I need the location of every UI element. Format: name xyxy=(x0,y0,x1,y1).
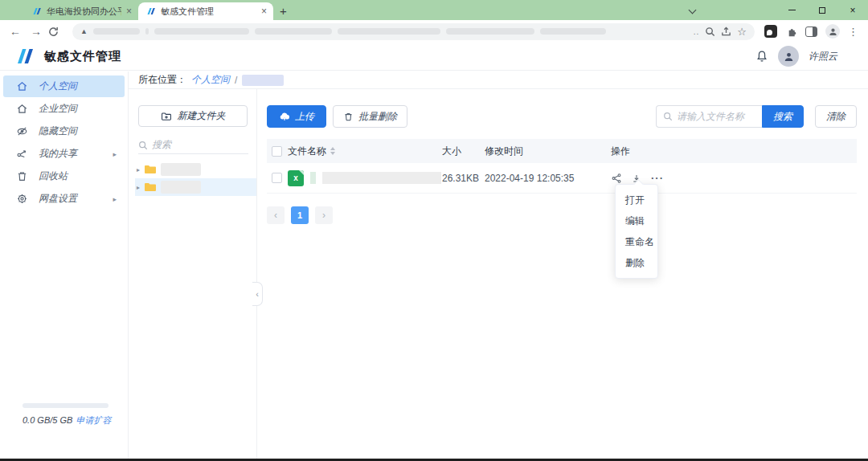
file-search-input[interactable] xyxy=(677,111,755,122)
context-menu-item-rename[interactable]: 重命名 xyxy=(616,231,657,252)
search-button[interactable]: 搜索 xyxy=(762,105,804,128)
page-prev-button[interactable]: ‹ xyxy=(267,206,285,224)
browser-profile-avatar[interactable] xyxy=(825,24,840,39)
pagination: ‹ 1 › xyxy=(267,206,857,224)
sidebar-item-disk-settings[interactable]: 网盘设置 ▸ xyxy=(3,188,125,210)
file-name-cell[interactable]: x xyxy=(288,170,442,186)
tree-item[interactable]: ▸ xyxy=(135,161,256,178)
column-header-actions: 操作 xyxy=(611,145,857,158)
reload-icon[interactable] xyxy=(48,27,66,37)
tab-title: 敏感文件管理 xyxy=(161,6,256,18)
upload-label: 上传 xyxy=(295,110,314,124)
file-modified-time: 2022-04-19 12:05:35 xyxy=(485,173,611,184)
app-logo-icon xyxy=(16,47,37,65)
expand-caret-icon[interactable]: ▸ xyxy=(137,184,140,191)
address-bar[interactable]: ▲ .. ☆ xyxy=(72,23,755,40)
browser-tab-active[interactable]: 敏感文件管理 × xyxy=(138,2,273,20)
storage-quota: 0.0 GB/5 GB申请扩容 xyxy=(23,403,117,426)
tab-close-icon[interactable]: × xyxy=(126,6,132,17)
window-minimize-button[interactable] xyxy=(776,0,807,20)
file-name-redacted xyxy=(310,172,316,184)
eye-off-icon xyxy=(16,125,28,137)
submenu-arrow-icon: ▸ xyxy=(113,150,117,158)
sidebar-item-recycle-bin[interactable]: 回收站 xyxy=(3,165,125,187)
more-actions-icon[interactable]: ··· xyxy=(651,174,664,182)
folder-icon xyxy=(144,164,157,175)
gear-icon xyxy=(16,193,28,205)
tree-search-input[interactable]: 搜索 xyxy=(138,137,248,154)
breadcrumb-current-folder-redacted xyxy=(242,75,284,86)
zoom-icon[interactable] xyxy=(705,27,715,37)
breadcrumb-separator: / xyxy=(235,75,237,86)
upload-button[interactable]: 上传 xyxy=(267,105,326,128)
header-right: 许照云 xyxy=(755,46,852,67)
notification-bell-icon[interactable] xyxy=(755,50,768,63)
main: 所在位置： 个人空间 / 新建文件夹 xyxy=(129,71,868,459)
table-row[interactable]: x 26.31KB 2022-04-19 12:05:35 xyxy=(267,163,857,194)
table-header-row: 文件名称 大小 修改时间 操作 xyxy=(267,139,857,163)
sidebar-item-hidden-space[interactable]: 隐藏空间 xyxy=(3,120,125,142)
expand-storage-link[interactable]: 申请扩容 xyxy=(76,415,111,425)
user-avatar[interactable] xyxy=(778,46,799,67)
sidebar-item-label: 企业空间 xyxy=(39,102,125,116)
page-current[interactable]: 1 xyxy=(291,206,309,224)
column-header-name[interactable]: 文件名称 xyxy=(288,145,442,158)
sidebar-item-my-share[interactable]: 我的共享 ▸ xyxy=(3,143,125,165)
back-icon[interactable]: ← xyxy=(6,25,24,38)
sidebar-item-enterprise-space[interactable]: 企业空间 xyxy=(3,98,125,120)
search-icon xyxy=(663,112,673,121)
home-icon xyxy=(16,80,28,92)
extensions-puzzle-icon[interactable] xyxy=(785,26,797,38)
batch-delete-label: 批量删除 xyxy=(358,110,397,124)
storage-progress-bar xyxy=(23,403,108,408)
tab-close-icon[interactable]: × xyxy=(261,6,267,17)
share-file-icon[interactable] xyxy=(611,173,622,184)
app-logo: 敏感文件管理 xyxy=(16,47,121,65)
workspace-body: 新建文件夹 搜索 ▸ xyxy=(129,89,868,459)
url-ellipsis: .. xyxy=(694,27,700,36)
sidebar-item-personal-space[interactable]: 个人空间 xyxy=(3,75,125,97)
browser-tab-inactive[interactable]: 华电海投协同办公平台 × xyxy=(24,2,138,20)
forward-icon[interactable]: → xyxy=(27,25,45,38)
select-all-checkbox[interactable] xyxy=(272,146,282,157)
expand-caret-icon[interactable]: ▸ xyxy=(137,166,140,173)
tree-search-placeholder: 搜索 xyxy=(152,138,171,152)
panel-collapse-handle[interactable]: ‹ xyxy=(252,282,263,306)
search-icon xyxy=(138,141,148,150)
sort-icon[interactable] xyxy=(330,147,335,155)
folder-icon xyxy=(144,182,157,193)
sidebar-item-label: 个人空间 xyxy=(39,80,125,93)
not-secure-warning-icon[interactable]: ▲ xyxy=(80,28,88,35)
app-header: 敏感文件管理 许照云 xyxy=(0,43,868,71)
batch-delete-button[interactable]: 批量删除 xyxy=(333,105,407,128)
bookmark-star-icon[interactable]: ☆ xyxy=(737,27,747,37)
file-search-group: 搜索 清除 xyxy=(656,105,857,128)
breadcrumb-link-personal-space[interactable]: 个人空间 xyxy=(191,73,230,87)
sidebar-item-label: 网盘设置 xyxy=(39,192,102,206)
trash-icon xyxy=(343,112,354,122)
tree-item-selected[interactable]: ▸ xyxy=(135,178,256,196)
window-maximize-button[interactable] xyxy=(807,0,837,20)
context-menu-item-delete[interactable]: 删除 xyxy=(616,252,657,273)
clear-button[interactable]: 清除 xyxy=(815,105,857,128)
dark-extension-icon[interactable] xyxy=(764,25,777,38)
folder-plus-icon xyxy=(161,111,172,122)
excel-file-icon: x xyxy=(288,170,304,186)
browser-menu-kebab-icon[interactable]: ⋮ xyxy=(848,26,858,38)
share-page-icon[interactable] xyxy=(721,27,731,37)
row-checkbox[interactable] xyxy=(272,173,282,183)
new-folder-button[interactable]: 新建文件夹 xyxy=(138,105,248,127)
window-controls: × xyxy=(776,0,868,20)
side-panel-icon[interactable] xyxy=(805,27,817,37)
row-context-menu: 打开 编辑 重命名 删除 xyxy=(615,184,658,279)
sidebar-item-label: 回收站 xyxy=(39,169,125,183)
site-logo-icon xyxy=(32,6,42,16)
context-menu-item-open[interactable]: 打开 xyxy=(616,190,657,210)
page-next-button[interactable]: › xyxy=(315,206,333,224)
username[interactable]: 许照云 xyxy=(809,50,837,63)
context-menu-item-edit[interactable]: 编辑 xyxy=(616,210,657,231)
new-tab-button[interactable]: + xyxy=(280,4,287,18)
tab-search-chevron-icon[interactable] xyxy=(690,4,698,12)
window-close-button[interactable]: × xyxy=(837,0,868,20)
site-logo-icon xyxy=(146,6,156,16)
